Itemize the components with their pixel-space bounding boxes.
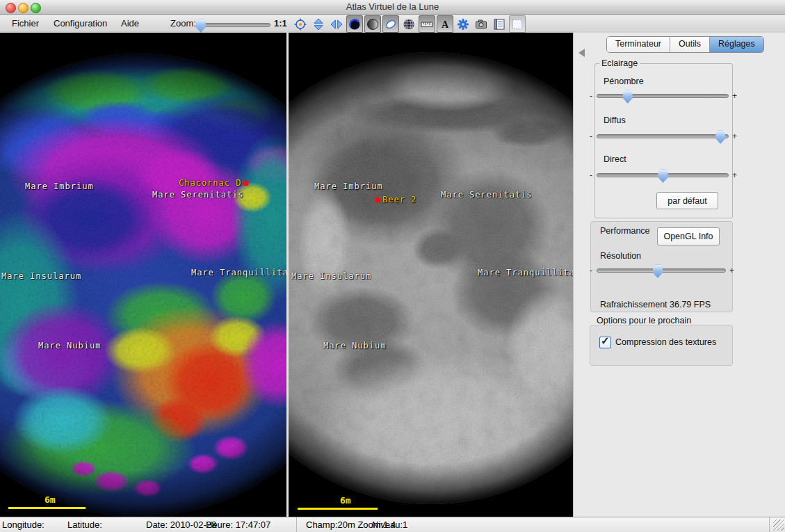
options-section-label: Options pour le prochain (597, 316, 691, 325)
moon-label: Chacornac D (179, 178, 250, 188)
performance-title: Performance (600, 226, 650, 236)
eclairage-group: Eclairage Pénombre - + Diffus - + (594, 58, 733, 218)
grid-globe-icon[interactable] (400, 15, 417, 33)
moon-label: Mare Imbrium (314, 182, 383, 191)
gray-moon-view[interactable]: Mare ImbriumBeer 2Mare SerenitatisMare I… (289, 33, 573, 517)
zoom-slider-thumb[interactable] (195, 19, 207, 33)
eclairage-title: Eclairage (599, 58, 640, 68)
statusbar-divider (296, 517, 297, 532)
libration-ellipse-icon[interactable] (382, 15, 399, 33)
options-group: Compression des textures (590, 325, 733, 366)
collapse-panel-arrow[interactable] (578, 49, 585, 57)
menu-configuration[interactable]: Configuration (54, 18, 107, 29)
camera-icon[interactable] (473, 15, 489, 33)
tab-terminateur[interactable]: Terminateur (607, 37, 670, 52)
panel-toggle-icon[interactable] (509, 15, 526, 33)
moon-label: Mare Serenitatis (152, 190, 244, 200)
penombre-label: Pénombre (604, 76, 644, 86)
moon-label: Mare Imbrium (25, 182, 94, 191)
performance-group: Performance OpenGL Info Résolution - + R… (590, 221, 733, 312)
svg-text:A: A (442, 19, 449, 30)
status-bar: Longitude: Latitude: Date: 2010-02-28 He… (0, 517, 785, 532)
zoom-label: Zoom: (170, 18, 196, 29)
app-window: Atlas Virtuel de la Lune Fichier Configu… (0, 0, 785, 532)
longitude-field: Longitude: (2, 519, 44, 530)
fps-text: Rafraichissement 36.79 FPS (600, 300, 711, 309)
diffus-slider[interactable] (597, 134, 729, 138)
title-bar: Atlas Virtuel de la Lune (0, 0, 785, 15)
toolbar-icons: A (292, 15, 526, 33)
latitude-field: Latitude: (67, 519, 102, 530)
moon-label: Beer 2 (373, 195, 416, 204)
ruler-icon[interactable] (419, 15, 435, 33)
scale-bar-label: 6m (44, 494, 56, 505)
settings-gear-icon[interactable] (455, 15, 471, 33)
opengl-info-button[interactable]: OpenGL Info (657, 227, 720, 245)
settings-panel: Terminateur Outils Réglages Eclairage Pé… (573, 33, 785, 517)
niveau-field: Niveau:1 (372, 519, 407, 530)
heure-field: Heure: 17:47:07 (206, 519, 270, 530)
tab-reglages[interactable]: Réglages (710, 37, 763, 52)
color-moon-view[interactable]: Mare ImbriumChacornac DMare SerenitatisM… (0, 33, 286, 517)
moon-label: Mare Serenitatis (441, 190, 533, 200)
zoom-ratio: 1:1 (274, 18, 287, 29)
default-button[interactable]: par défaut (656, 192, 718, 209)
diffus-slider-thumb[interactable] (715, 130, 727, 144)
moon-label: Mare Nubium (38, 341, 101, 350)
moon-label: Mare Tranquillitatis (478, 268, 573, 277)
globe-moon-icon[interactable] (346, 15, 363, 33)
compression-label: Compression des textures (615, 337, 716, 347)
text-labels-icon[interactable]: A (437, 15, 453, 33)
flip-vertical-icon[interactable] (310, 15, 327, 33)
moon-label: Mare Insularum (1, 271, 81, 281)
direct-slider[interactable] (597, 173, 729, 177)
direct-slider-thumb[interactable] (657, 169, 669, 183)
flip-horizontal-icon[interactable] (328, 15, 345, 33)
compression-checkbox[interactable] (599, 337, 611, 348)
direct-label: Direct (604, 154, 626, 164)
ephemerides-icon[interactable] (491, 15, 508, 33)
menu-aide[interactable]: Aide (121, 18, 139, 29)
moon-label: Mare Insularum (291, 271, 371, 281)
diffus-label: Diffus (604, 115, 626, 125)
panel-tabs: Terminateur Outils Réglages (606, 36, 764, 53)
crater-marker (243, 181, 248, 186)
moon-label: Mare Tranquillitatis (191, 268, 286, 277)
scale-bar (298, 508, 378, 510)
tab-outils[interactable]: Outils (670, 37, 710, 52)
penombre-slider-thumb[interactable] (622, 90, 633, 104)
zoom-slider[interactable] (197, 23, 270, 27)
moon-label: Mare Nubium (323, 341, 386, 350)
main-content: Mare ImbriumChacornac DMare SerenitatisM… (0, 33, 785, 517)
menu-fichier[interactable]: Fichier (12, 18, 39, 29)
toolbar: Fichier Configuration Aide Zoom: 1:1 (0, 15, 785, 33)
resize-grip[interactable] (773, 519, 784, 531)
scale-bar (8, 507, 86, 509)
resolution-slider-thumb[interactable] (652, 264, 663, 278)
penombre-slider[interactable] (597, 94, 729, 98)
crater-marker (375, 198, 380, 202)
center-target-icon[interactable] (292, 15, 309, 33)
phase-view-icon[interactable] (364, 15, 381, 33)
scale-bar-label: 6m (340, 495, 351, 506)
resolution-label: Résolution (600, 251, 641, 261)
resolution-slider[interactable] (597, 268, 726, 273)
statusbar-divider (769, 517, 770, 532)
window-title: Atlas Virtuel de la Lune (0, 1, 785, 12)
